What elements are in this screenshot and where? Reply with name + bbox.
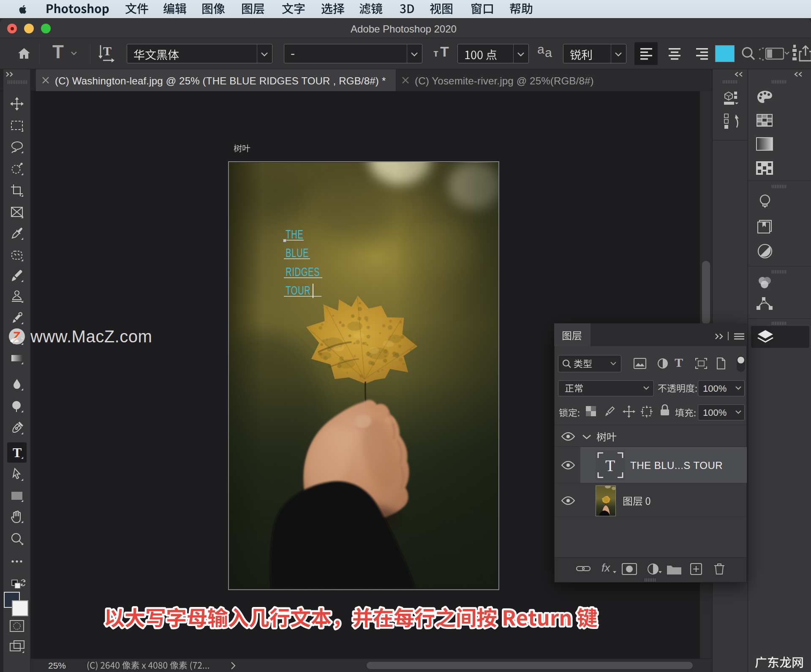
svg-text:T: T — [605, 457, 615, 474]
svg-text:T: T — [103, 44, 112, 58]
svg-text:T: T — [13, 446, 22, 459]
